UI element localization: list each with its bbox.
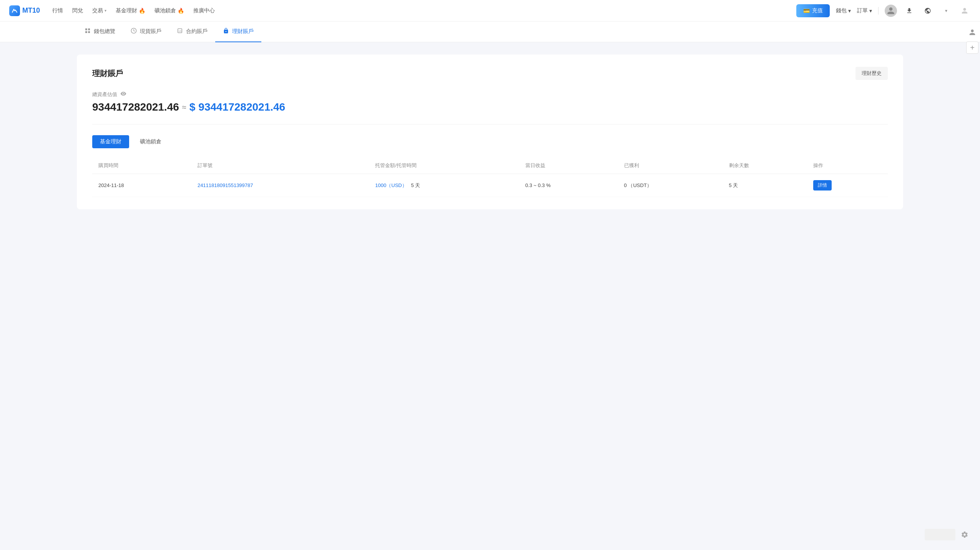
tab-mining-lock[interactable]: 礦池鎖倉 [132, 135, 169, 148]
avatar[interactable] [885, 5, 897, 17]
col-order-no: 訂單號 [191, 157, 369, 174]
nav-market[interactable]: 行情 [52, 6, 63, 16]
account-card: 理財賬戶 理財歷史 總資產估值 934417282021.46 ≈ $ 9344… [77, 55, 903, 209]
main-content: 理財賬戶 理財歷史 總資產估值 934417282021.46 ≈ $ 9344… [0, 42, 980, 549]
asset-section: 總資產估值 934417282021.46 ≈ $ 934417282021.4… [92, 91, 888, 124]
sub-header: 錢包總覽 現貨賬戶 US 合約賬戶 理財賬戶 [0, 22, 980, 42]
asset-amount-display: 934417282021.46 ≈ $ 934417282021.46 [92, 101, 888, 113]
user-sidebar-icon[interactable] [966, 26, 978, 38]
download-icon[interactable] [903, 5, 915, 17]
recharge-icon: 💳 [803, 8, 810, 14]
right-sidebar: + [965, 22, 980, 58]
cell-remaining-days: 5 天 [723, 174, 807, 197]
user-icon-right[interactable] [958, 5, 971, 17]
fire-icon-mining: 🔥 [178, 8, 184, 14]
header-divider [878, 7, 879, 15]
bottom-image [925, 529, 955, 540]
col-action: 操作 [807, 157, 888, 174]
dropdown-icon[interactable]: ▾ [940, 5, 952, 17]
chevron-down-icon-order: ▾ [869, 8, 872, 14]
logo[interactable]: MT10 [9, 5, 40, 16]
cell-order-no: 24111818091551399787 [191, 174, 369, 197]
dollar-sign: $ [189, 101, 196, 113]
tab-contract-account[interactable]: US 合約賬戶 [169, 22, 215, 42]
header-right: 💳 充值 錢包 ▾ 訂單 ▾ ▾ [796, 4, 971, 17]
tab-wallet-overview[interactable]: 錢包總覽 [77, 22, 123, 42]
order-link[interactable]: 24111818091551399787 [198, 182, 253, 188]
recharge-button[interactable]: 💳 充值 [796, 4, 830, 17]
tab-fund-finance[interactable]: 基金理財 [92, 135, 129, 148]
logo-text: MT10 [22, 7, 40, 15]
col-custody-info: 托管金額/托管時間 [369, 157, 519, 174]
chevron-down-icon-wallet: ▾ [848, 8, 851, 14]
history-button[interactable]: 理財歷史 [855, 67, 888, 80]
cell-action: 詳情 [807, 174, 888, 197]
asset-usd-value: 934417282021.46 [198, 101, 285, 113]
cell-daily-profit: 0.3 ~ 0.3 % [519, 174, 618, 197]
nav-fund[interactable]: 基金理財 🔥 [116, 6, 145, 16]
settings-icon[interactable] [958, 528, 971, 541]
col-earned: 已獲利 [618, 157, 723, 174]
fire-icon-fund: 🔥 [139, 8, 145, 14]
lock-icon [223, 28, 229, 35]
col-purchase-time: 購買時間 [92, 157, 191, 174]
bottom-right [925, 528, 971, 541]
order-button[interactable]: 訂單 ▾ [857, 7, 872, 14]
col-daily-profit: 當日收益 [519, 157, 618, 174]
tab-finance-account[interactable]: 理財賬戶 [215, 22, 261, 42]
wallet-button[interactable]: 錢包 ▾ [836, 7, 851, 14]
finance-tabs: 基金理財 礦池鎖倉 [92, 135, 888, 148]
contract-icon: US [177, 28, 183, 35]
tab-spot-account[interactable]: 現貨賬戶 [123, 22, 169, 42]
finance-table: 購買時間 訂單號 托管金額/托管時間 當日收益 已獲利 剩余天數 操作 2024… [92, 157, 888, 197]
asset-value: 934417282021.46 [92, 101, 179, 113]
language-icon[interactable] [922, 5, 934, 17]
chevron-down-icon: ▾ [105, 8, 106, 13]
table-head: 購買時間 訂單號 托管金額/托管時間 當日收益 已獲利 剩余天數 操作 [92, 157, 888, 174]
detail-button[interactable]: 詳情 [813, 180, 832, 191]
main-nav: 行情 閃兌 交易 ▾ 基金理財 🔥 礦池鎖倉 🔥 推廣中心 [52, 6, 796, 16]
cell-custody-info: 1000（USD） 5 天 [369, 174, 519, 197]
page-title: 理財賬戶 [92, 68, 123, 79]
account-header: 理財賬戶 理財歷史 [92, 67, 888, 80]
nav-promotion[interactable]: 推廣中心 [193, 6, 215, 16]
spot-icon [131, 28, 137, 35]
approx-sign: ≈ [182, 103, 186, 112]
header: MT10 行情 閃兌 交易 ▾ 基金理財 🔥 礦池鎖倉 🔥 推廣中心 💳 充值 [0, 0, 980, 22]
nav-trade[interactable]: 交易 ▾ [92, 6, 106, 16]
table-body: 2024-11-18 24111818091551399787 1000（USD… [92, 174, 888, 197]
nav-flash[interactable]: 閃兌 [72, 6, 83, 16]
add-button[interactable]: + [966, 41, 978, 54]
col-remaining-days: 剩余天數 [723, 157, 807, 174]
cell-earned: 0 （USDT） [618, 174, 723, 197]
nav-mining[interactable]: 礦池鎖倉 🔥 [154, 6, 184, 16]
asset-label: 總資產估值 [92, 91, 888, 98]
table-row: 2024-11-18 24111818091551399787 1000（USD… [92, 174, 888, 197]
eye-icon[interactable] [120, 91, 126, 98]
logo-icon [9, 5, 20, 16]
grid-icon [85, 28, 91, 35]
svg-text:US: US [179, 30, 182, 32]
cell-purchase-time: 2024-11-18 [92, 174, 191, 197]
